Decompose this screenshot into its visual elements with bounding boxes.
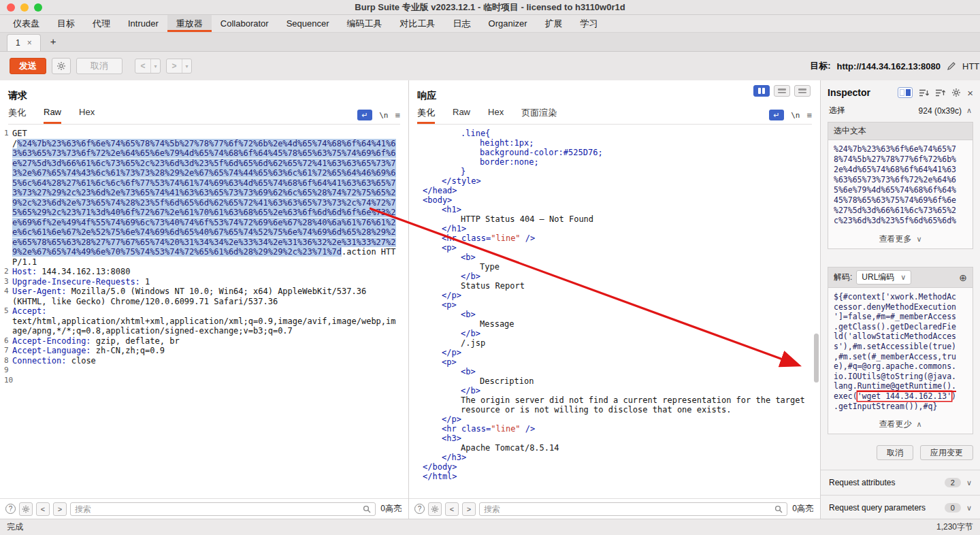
- view-tab-美化[interactable]: 美化: [8, 107, 26, 124]
- response-search-input[interactable]: [484, 504, 770, 514]
- view-tab-页面渲染[interactable]: 页面渲染: [521, 107, 557, 124]
- add-decoder-icon[interactable]: ⊕: [959, 272, 967, 283]
- nav-tab-对比工具[interactable]: 对比工具: [391, 15, 444, 32]
- new-tab-button[interactable]: +: [44, 35, 63, 51]
- nav-tab-目标[interactable]: 目标: [48, 15, 84, 32]
- chevron-down-icon: ∨: [916, 235, 921, 244]
- response-editor[interactable]: .line{height:1px;background-color:#525D7…: [409, 125, 820, 498]
- close-tab-icon[interactable]: ×: [27, 38, 32, 48]
- selected-text-line: 45%78%65%63%75%74%69%6f%6e: [834, 195, 967, 206]
- view-tab-Hex[interactable]: Hex: [488, 107, 504, 124]
- request-line: 4User-Agent: Mozilla/5.0 (Windows NT 10.…: [3, 287, 408, 306]
- nav-tab-Organizer[interactable]: Organizer: [480, 15, 536, 32]
- repeater-tab-label: 1: [16, 38, 20, 48]
- forward-button[interactable]: > ▾: [166, 59, 192, 74]
- inspector-close-icon[interactable]: ×: [967, 88, 973, 98]
- inspector-settings-gear-icon[interactable]: [951, 88, 961, 97]
- back-dropdown-icon[interactable]: ▾: [150, 59, 160, 73]
- request-highlight-count: 0高亮: [379, 503, 403, 515]
- show-newlines-icon[interactable]: \n: [791, 111, 800, 120]
- decoded-text-line: ${#context['xwork.MethodAc: [834, 292, 967, 302]
- apply-changes-button[interactable]: 应用变更: [920, 445, 973, 460]
- view-more-button[interactable]: 查看更多 ∨: [828, 230, 973, 248]
- send-button[interactable]: 发送: [10, 58, 46, 74]
- request-view-tabs: 美化RawHex ↵ \n ≡: [8, 106, 400, 125]
- cancel-request-button[interactable]: 取消: [76, 58, 122, 74]
- send-settings-gear-button[interactable]: [52, 58, 71, 74]
- edit-target-pencil-icon[interactable]: [947, 61, 956, 71]
- decoded-text-content[interactable]: ${#context['xwork.MethodAccessor.denyMet…: [828, 288, 973, 415]
- protocol-toggle-clipped[interactable]: HTT: [962, 61, 980, 71]
- close-window-button[interactable]: [7, 3, 15, 12]
- request-search-input[interactable]: [75, 504, 359, 514]
- zoom-window-button[interactable]: [34, 3, 42, 12]
- nav-tab-重放器[interactable]: 重放器: [167, 15, 212, 32]
- search-prev-button[interactable]: <: [36, 502, 50, 516]
- search-next-button[interactable]: >: [462, 502, 476, 516]
- decoded-text-line: ']=false,#m=#_memberAccess: [834, 312, 967, 322]
- layout-combined-button[interactable]: [794, 85, 811, 97]
- nav-tab-Intruder[interactable]: Intruder: [119, 15, 167, 32]
- response-line: <b>: [414, 310, 820, 319]
- view-tab-美化[interactable]: 美化: [417, 107, 435, 124]
- inspector-dock-toggle-icon[interactable]: [898, 87, 913, 98]
- view-tab-Raw[interactable]: Raw: [453, 107, 470, 124]
- layout-columns-button[interactable]: [753, 85, 770, 97]
- response-editor-icons: ↵ \n ≡: [769, 110, 812, 124]
- view-tab-Hex[interactable]: Hex: [79, 107, 95, 124]
- response-search-bar: ? < > 0高亮: [409, 498, 820, 519]
- selected-text-line: %24%7b%23%63%6f%6e%74%65%7: [834, 144, 967, 155]
- selected-text-line: 2e%4d%65%74%68%6f%64%41%63: [834, 165, 967, 175]
- repeater-tab-1[interactable]: 1 ×: [7, 34, 41, 51]
- response-line: height:1px;: [414, 138, 820, 148]
- nav-tab-日志[interactable]: 日志: [444, 15, 480, 32]
- selected-text-line: %27%5d%3d%66%61%6c%73%65%2: [834, 206, 967, 216]
- search-help-icon[interactable]: ?: [5, 504, 16, 514]
- section-label: Request attributes: [829, 478, 895, 487]
- forward-dropdown-icon[interactable]: ▾: [182, 59, 191, 73]
- response-line: </head>: [414, 186, 820, 195]
- inspector-cancel-button[interactable]: 取消: [877, 445, 913, 460]
- response-line: </p>: [414, 415, 820, 424]
- request-editor[interactable]: 1GET/%24%7b%23%63%6f%6e%74%65%78%74%5b%2…: [0, 125, 408, 498]
- expand-all-icon[interactable]: [935, 88, 945, 97]
- selected-text-line: c%23%6d%3d%23%5f%6d%65%6d%: [834, 216, 967, 226]
- byte-count: 1,230字节: [936, 521, 973, 533]
- layout-rows-button[interactable]: [774, 85, 790, 97]
- collapse-all-icon[interactable]: [919, 88, 929, 97]
- search-next-button[interactable]: >: [53, 502, 67, 516]
- search-prev-button[interactable]: <: [445, 502, 459, 516]
- response-scrollbar-thumb[interactable]: [814, 334, 819, 383]
- selection-section-header[interactable]: 选择 924 (0x39c) ∧: [821, 102, 980, 120]
- search-settings-gear-icon[interactable]: [428, 502, 442, 516]
- minimize-window-button[interactable]: [20, 3, 29, 12]
- response-line: </b>: [414, 272, 820, 281]
- nav-tab-代理[interactable]: 代理: [84, 15, 119, 32]
- decoded-text-line: ,#m.set(#_memberAccess,tru: [834, 352, 967, 362]
- nav-tab-仪表盘[interactable]: 仪表盘: [4, 15, 48, 32]
- view-tab-Raw[interactable]: Raw: [44, 107, 61, 124]
- show-newlines-icon[interactable]: \n: [379, 111, 388, 120]
- view-less-button[interactable]: 查看更少 ∧: [828, 415, 973, 434]
- nav-tab-学习[interactable]: 学习: [572, 15, 607, 32]
- search-help-icon[interactable]: ?: [414, 504, 425, 514]
- soft-wrap-icon[interactable]: ↵: [769, 110, 784, 120]
- soft-wrap-icon[interactable]: ↵: [357, 110, 372, 120]
- inspector-section-request-attributes[interactable]: Request attributes2∨: [821, 470, 980, 496]
- selected-text-line: %63%65%73%73%6f%72%2e%64%6: [834, 175, 967, 185]
- search-settings-gear-icon[interactable]: [19, 502, 33, 516]
- editor-menu-icon[interactable]: ≡: [806, 110, 812, 120]
- response-line: /.jsp: [414, 338, 820, 348]
- nav-tab-编码工具[interactable]: 编码工具: [338, 15, 391, 32]
- nav-tab-Collaborator[interactable]: Collaborator: [212, 15, 278, 32]
- nav-tab-扩展[interactable]: 扩展: [536, 15, 572, 32]
- nav-tab-Sequencer[interactable]: Sequencer: [278, 15, 338, 32]
- encoding-dropdown[interactable]: URL编码 ∨: [856, 270, 911, 285]
- history-nav-group: < ▾ > ▾: [135, 59, 192, 74]
- request-line: /%24%7b%23%63%6f%6e%74%65%78%74%5b%27%78…: [3, 139, 408, 268]
- decoded-text-line: io.IOUtils@toString(@java.: [834, 372, 967, 382]
- back-button[interactable]: < ▾: [135, 59, 161, 74]
- inspector-section-request-query-parameters[interactable]: Request query parameters0∨: [821, 496, 980, 519]
- editor-menu-icon[interactable]: ≡: [395, 110, 400, 120]
- selected-text-content[interactable]: %24%7b%23%63%6f%6e%74%65%78%74%5b%27%78%…: [828, 140, 973, 230]
